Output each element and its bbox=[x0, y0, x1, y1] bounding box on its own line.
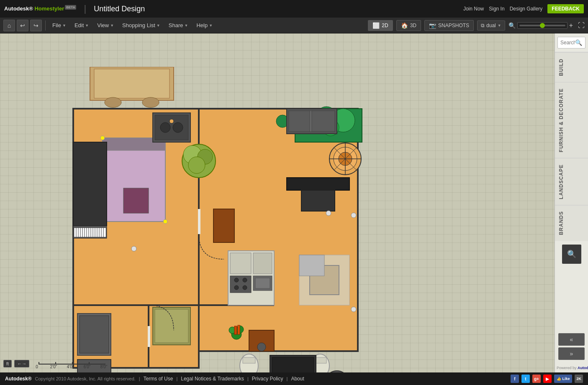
3d-view-button[interactable]: 🏠 3D bbox=[396, 20, 421, 31]
build-tab[interactable]: BUILD bbox=[555, 52, 588, 82]
landscape-tab[interactable]: LANDSCAPE bbox=[555, 158, 588, 205]
snapshots-button[interactable]: 📷 SNAPSHOTS bbox=[424, 20, 474, 31]
scale-label-1: 2'0" bbox=[45, 365, 62, 369]
svg-point-16 bbox=[163, 219, 167, 224]
zoom-in-icon[interactable]: + bbox=[569, 22, 573, 29]
svg-point-68 bbox=[243, 278, 247, 282]
view-menu[interactable]: View ▼ bbox=[94, 20, 117, 30]
home-button[interactable]: ⌂ bbox=[3, 20, 15, 31]
svg-point-67 bbox=[234, 278, 239, 282]
scale-line: 0 2'0" 4'0" 6'0" 8'0" bbox=[32, 358, 112, 369]
zoom-slider[interactable] bbox=[517, 22, 567, 29]
svg-rect-105 bbox=[94, 69, 169, 98]
svg-point-70 bbox=[243, 286, 247, 290]
scale-bar: ft ←→ 0 2'0" 4'0" 6'0" 8'0" bbox=[3, 358, 112, 369]
footer: Autodesk® Copyright 2010 Autodesk, Inc. … bbox=[0, 372, 588, 385]
svg-rect-8 bbox=[198, 209, 200, 234]
scale-label-4: 8'0" bbox=[95, 365, 112, 369]
svg-point-37 bbox=[173, 122, 183, 133]
youtube-button[interactable]: ▶ bbox=[543, 375, 552, 383]
search-icon-button[interactable]: 🔍 bbox=[562, 245, 581, 264]
svg-point-36 bbox=[160, 122, 170, 133]
svg-rect-82 bbox=[299, 255, 324, 276]
svg-rect-76 bbox=[234, 326, 237, 334]
like-button[interactable]: 👍 Like bbox=[554, 375, 573, 383]
panel-search-button[interactable]: 🔍 bbox=[575, 39, 582, 46]
svg-point-106 bbox=[105, 97, 121, 107]
footer-sep-3: | bbox=[247, 376, 249, 381]
file-menu[interactable]: File ▼ bbox=[49, 20, 69, 30]
svg-rect-72 bbox=[255, 278, 270, 288]
svg-rect-60 bbox=[287, 178, 349, 190]
redo-button[interactable]: ↪ bbox=[30, 20, 42, 31]
fullscreen-button[interactable]: ⛶ bbox=[578, 22, 585, 29]
svg-point-107 bbox=[142, 97, 159, 107]
powered-by-label: Powered by Autodesk Seek bbox=[555, 363, 588, 372]
nav-down-button[interactable]: » bbox=[558, 347, 585, 360]
svg-rect-77 bbox=[238, 325, 240, 334]
join-now-link[interactable]: Join Now bbox=[463, 6, 484, 12]
svg-rect-66 bbox=[230, 276, 251, 293]
svg-point-13 bbox=[100, 136, 105, 140]
svg-rect-61 bbox=[301, 190, 335, 211]
undo-button[interactable]: ↩ bbox=[17, 20, 28, 31]
scale-label-0: 0 bbox=[28, 365, 45, 369]
right-panel: 🔍 BUILD FURNISH & DECORATE LANDSCAPE BRA… bbox=[555, 33, 588, 372]
share-menu[interactable]: Share ▼ bbox=[165, 20, 192, 30]
title-separator: | bbox=[84, 3, 86, 14]
2d-view-button[interactable]: ⬜ 2D bbox=[368, 20, 393, 31]
search-field-wrapper: 🔍 bbox=[557, 37, 585, 48]
svg-point-108 bbox=[131, 246, 136, 251]
legal-link[interactable]: Legal Notices & Trademarks bbox=[181, 376, 244, 382]
twitter-button[interactable]: t bbox=[521, 375, 530, 383]
sign-in-link[interactable]: Sign In bbox=[489, 6, 504, 12]
svg-rect-35 bbox=[155, 115, 188, 140]
svg-point-79 bbox=[257, 343, 266, 351]
main-area: ft ←→ 0 2'0" 4'0" 6'0" 8'0" bbox=[0, 33, 588, 372]
design-title: Untitled Design bbox=[94, 5, 145, 13]
shopping-caret: ▼ bbox=[157, 23, 160, 28]
zoom-out-icon[interactable]: 🔍 bbox=[508, 22, 516, 29]
edit-menu[interactable]: Edit ▼ bbox=[71, 20, 92, 30]
scale-labels: 0 2'0" 4'0" 6'0" 8'0" bbox=[32, 365, 112, 369]
furnish-decorate-tab[interactable]: FURNISH & DECORATE bbox=[555, 82, 588, 158]
svg-rect-84 bbox=[80, 316, 109, 353]
terms-link[interactable]: Terms of Use bbox=[144, 376, 173, 382]
svg-rect-87 bbox=[155, 309, 188, 343]
menu-bar: ⌂ ↩ ↪ File ▼ Edit ▼ View ▼ Shopping List… bbox=[0, 18, 588, 33]
scale-label-3: 6'0" bbox=[79, 365, 95, 369]
about-link[interactable]: About bbox=[291, 376, 304, 382]
footer-copyright: Copyright 2010 Autodesk, Inc. All rights… bbox=[35, 376, 136, 381]
feedback-button[interactable]: FEEDBACK bbox=[547, 4, 584, 13]
unit-toggle[interactable]: ft bbox=[3, 360, 12, 367]
scale-marks bbox=[39, 358, 105, 365]
design-gallery-link[interactable]: Design Gallery bbox=[510, 6, 543, 12]
svg-rect-9 bbox=[148, 326, 150, 347]
svg-point-69 bbox=[234, 286, 239, 290]
svg-point-101 bbox=[326, 211, 331, 216]
facebook-button[interactable]: f bbox=[511, 375, 519, 383]
privacy-link[interactable]: Privacy Policy bbox=[252, 376, 283, 382]
floorplan-svg bbox=[69, 67, 366, 372]
footer-sep-1: | bbox=[139, 376, 140, 381]
beta-label: BETA bbox=[65, 5, 76, 10]
edit-caret: ▼ bbox=[85, 23, 89, 28]
nav-up-button[interactable]: « bbox=[558, 333, 585, 346]
svg-rect-89 bbox=[243, 357, 255, 363]
help-menu[interactable]: Help ▼ bbox=[193, 20, 216, 30]
social-buttons: f t g+ ▶ 👍 Like 2K bbox=[511, 375, 583, 383]
search-area: 🔍 bbox=[555, 33, 588, 52]
dual-button[interactable]: ⧉ dual ▼ bbox=[477, 20, 505, 31]
help-caret: ▼ bbox=[209, 23, 213, 28]
search-icon: 🔍 bbox=[567, 250, 576, 259]
menu-separator bbox=[45, 20, 46, 31]
ruler-button[interactable]: ←→ bbox=[14, 360, 29, 367]
brands-tab[interactable]: BRANDS bbox=[555, 205, 588, 241]
googleplus-button[interactable]: g+ bbox=[532, 375, 541, 383]
dual-caret: ▼ bbox=[498, 23, 501, 28]
canvas-area[interactable]: ft ←→ 0 2'0" 4'0" 6'0" 8'0" bbox=[0, 33, 555, 372]
shopping-list-menu[interactable]: Shopping List ▼ bbox=[119, 20, 164, 30]
zoom-thumb bbox=[540, 23, 545, 28]
svg-point-38 bbox=[169, 119, 174, 123]
floorplan bbox=[69, 67, 366, 372]
